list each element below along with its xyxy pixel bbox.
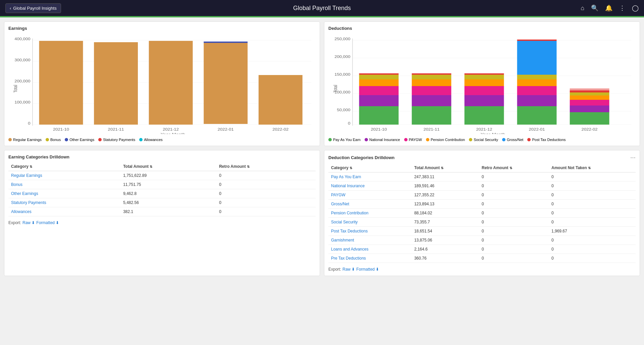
retro-cell: 0 — [479, 172, 549, 182]
deductions-export-row: Export: Raw ⬇ Formatted ⬇ — [328, 267, 636, 272]
legend-posttax: Post Tax Deductions — [527, 138, 566, 142]
col-retro-deductions[interactable]: Retro Amount ⇅ — [479, 163, 549, 172]
total-cell: 5,482.56 — [120, 198, 216, 207]
svg-rect-44 — [465, 106, 504, 125]
category-cell[interactable]: Statutory Payments — [8, 198, 120, 207]
col-category-deductions[interactable]: Category ⇅ — [328, 163, 412, 172]
table-row: Regular Earnings 1,751,622.89 0 — [8, 171, 316, 180]
table-row: Post Tax Deductions 18,651.54 0 1,969.67 — [328, 227, 636, 236]
retro-cell: 0 — [479, 182, 549, 191]
svg-rect-45 — [465, 95, 504, 106]
deductions-chart-svg: 250,000 200,000 150,000 100,000 50,000 0… — [328, 33, 636, 134]
legend-dot-other — [65, 138, 68, 141]
col-total-earnings[interactable]: Total Amount ⇅ — [120, 162, 216, 171]
category-cell[interactable]: PAYGW — [328, 191, 412, 200]
retro-cell: 0 — [479, 254, 549, 263]
back-button[interactable]: ‹ Global Payroll Insights — [5, 3, 61, 13]
more-icon[interactable]: ⋮ — [619, 4, 625, 12]
svg-rect-54 — [517, 75, 557, 79]
legend-label-pension: Pension Contribution — [431, 138, 465, 142]
deductions-chart-container: 250,000 200,000 150,000 100,000 50,000 0… — [328, 33, 636, 135]
svg-rect-52 — [517, 86, 557, 95]
not-taken-cell: 0 — [549, 254, 636, 263]
earnings-panel: Earnings 400,000 300,000 200,000 100,000… — [4, 21, 320, 146]
legend-label-ni: National Insurance — [369, 138, 400, 142]
svg-text:2021-10: 2021-10 — [53, 128, 69, 131]
category-cell[interactable]: National Insurance — [328, 182, 412, 191]
legend-dot-grossnet — [502, 138, 505, 141]
table-row: Statutory Payments 5,482.56 0 — [8, 198, 316, 207]
sort-icon-cat-ded: ⇅ — [350, 166, 352, 170]
retro-cell: 0 — [479, 191, 549, 200]
retro-cell: 0 — [216, 207, 316, 216]
legend-dot-pension — [426, 138, 429, 141]
earnings-drilldown-panel: Earning Categories Drilldown Category ⇅ … — [4, 150, 320, 276]
category-cell[interactable]: Post Tax Deductions — [328, 227, 412, 236]
deductions-raw-link[interactable]: Raw ⬇ — [342, 267, 355, 272]
category-cell[interactable]: Gross/Net — [328, 200, 412, 209]
legend-allowances: Allowances — [139, 138, 163, 142]
earnings-raw-link[interactable]: Raw ⬇ — [22, 220, 35, 225]
legend-pension: Pension Contribution — [426, 138, 465, 142]
bar-2021-12 — [149, 41, 193, 125]
category-cell[interactable]: Pay As You Earn — [328, 172, 412, 182]
category-cell[interactable]: Loans and Advances — [328, 245, 412, 254]
legend-ni: National Insurance — [365, 138, 400, 142]
bell-icon[interactable]: 🔔 — [605, 4, 612, 12]
svg-text:400,000: 400,000 — [14, 37, 31, 41]
svg-text:150,000: 150,000 — [334, 73, 351, 76]
category-cell[interactable]: Bonus — [8, 180, 120, 189]
total-cell: 127,355.22 — [412, 191, 479, 200]
not-taken-cell: 1,969.67 — [549, 227, 636, 236]
col-category-earnings[interactable]: Category ⇅ — [8, 162, 120, 171]
category-cell[interactable]: Other Earnings — [8, 189, 120, 198]
search-icon[interactable]: 🔍 — [591, 4, 598, 12]
sort-icon-retro-ded: ⇅ — [509, 166, 512, 170]
legend-dot-allowances — [139, 138, 143, 141]
svg-text:100,000: 100,000 — [14, 100, 31, 104]
table-row: Pre Tax Deductions 360.76 0 0 — [328, 254, 636, 263]
category-cell[interactable]: Social Security — [328, 218, 412, 227]
category-cell[interactable]: Garnishment — [328, 236, 412, 245]
svg-rect-40 — [412, 86, 451, 95]
deductions-drilldown-panel: Deduction Categories Drilldown ⋯ Categor… — [324, 150, 640, 276]
page-title: Global Payroll Trends — [293, 5, 351, 12]
deductions-menu-icon[interactable]: ⋯ — [630, 154, 636, 161]
category-cell[interactable]: Regular Earnings — [8, 171, 120, 180]
bar-ded-2021-10 — [359, 73, 399, 125]
svg-text:50,000: 50,000 — [337, 108, 351, 112]
total-cell: 360.76 — [412, 254, 479, 263]
svg-rect-59 — [570, 100, 609, 106]
category-cell[interactable]: Allowances — [8, 207, 120, 216]
col-retro-earnings[interactable]: Retro Amount ⇅ — [216, 162, 316, 171]
total-cell: 73,355.7 — [412, 218, 479, 227]
svg-text:300,000: 300,000 — [14, 58, 31, 62]
svg-text:200,000: 200,000 — [334, 55, 351, 59]
circle-icon[interactable]: ◯ — [632, 4, 639, 12]
category-cell[interactable]: Pre Tax Deductions — [328, 254, 412, 263]
svg-text:Total: Total — [333, 85, 338, 92]
svg-rect-63 — [570, 88, 609, 90]
earnings-formatted-link[interactable]: Formatted ⬇ — [36, 220, 59, 225]
home-icon[interactable]: ⌂ — [581, 5, 584, 12]
legend-paygw: PAYGW — [404, 138, 422, 142]
legend-other-earnings: Other Earnings — [65, 138, 94, 142]
legend-ss: Social Security — [469, 138, 498, 142]
table-row: PAYGW 127,355.22 0 0 — [328, 191, 636, 200]
svg-rect-58 — [570, 106, 609, 112]
svg-text:2022-02: 2022-02 — [582, 128, 598, 131]
svg-rect-46 — [465, 86, 504, 95]
svg-rect-43 — [412, 73, 451, 75]
col-not-taken[interactable]: Amount Not Taken ⇅ — [549, 163, 636, 172]
svg-text:200,000: 200,000 — [14, 79, 31, 83]
total-cell: 123,894.13 — [412, 200, 479, 209]
col-total-deductions[interactable]: Total Amount ⇅ — [412, 163, 479, 172]
svg-text:2021-11: 2021-11 — [108, 128, 124, 131]
category-cell[interactable]: Pension Contribution — [328, 209, 412, 218]
svg-rect-57 — [570, 112, 609, 125]
svg-text:0: 0 — [28, 122, 31, 125]
retro-cell: 0 — [479, 209, 549, 218]
deductions-formatted-link[interactable]: Formatted ⬇ — [356, 267, 379, 272]
legend-dot-bonus — [46, 138, 49, 141]
svg-text:2021-10: 2021-10 — [371, 128, 387, 131]
